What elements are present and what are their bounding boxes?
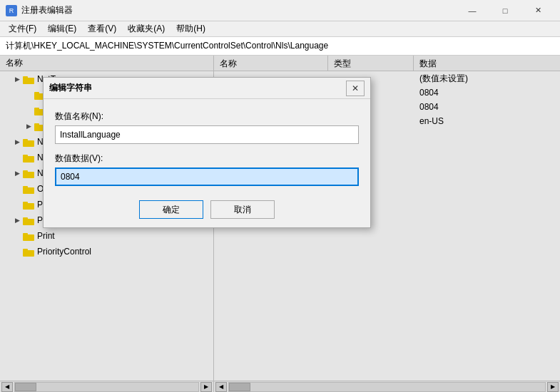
value-input[interactable] (55, 167, 359, 186)
menu-view[interactable]: 查看(V) (82, 21, 122, 36)
dialog-overlay: 编辑字符串 ✕ 数值名称(N): 数值数据(V): 确定 取消 (0, 56, 560, 392)
minimize-button[interactable]: — (456, 0, 489, 21)
dialog-buttons: 确定 取消 (55, 200, 359, 219)
address-path: 计算机\HKEY_LOCAL_MACHINE\SYSTEM\CurrentCon… (6, 40, 328, 52)
main-content: 名称 ▶ NetTrace (0, 56, 560, 392)
menu-help[interactable]: 帮助(H) (170, 21, 211, 36)
dialog-title-bar: 编辑字符串 ✕ (44, 78, 370, 99)
app-icon: R (6, 5, 17, 16)
menu-file[interactable]: 文件(F) (3, 21, 42, 36)
name-input[interactable] (55, 125, 359, 144)
dialog-title: 编辑字符串 (49, 82, 92, 94)
title-bar: R 注册表编辑器 — □ ✕ (0, 0, 560, 21)
edit-string-dialog: 编辑字符串 ✕ 数值名称(N): 数值数据(V): 确定 取消 (43, 77, 371, 228)
name-label: 数值名称(N): (55, 110, 359, 123)
menu-bar: 文件(F) 编辑(E) 查看(V) 收藏夹(A) 帮助(H) (0, 21, 560, 37)
title-controls: — □ ✕ (456, 0, 554, 21)
dialog-close-button[interactable]: ✕ (346, 81, 365, 96)
maximize-button[interactable]: □ (489, 0, 521, 21)
menu-favorites[interactable]: 收藏夹(A) (122, 21, 170, 36)
ok-button[interactable]: 确定 (139, 200, 203, 219)
app-title: 注册表编辑器 (21, 4, 73, 16)
close-button[interactable]: ✕ (521, 0, 554, 21)
menu-edit[interactable]: 编辑(E) (42, 21, 82, 36)
value-label: 数值数据(V): (55, 153, 359, 165)
cancel-button[interactable]: 取消 (210, 200, 275, 219)
address-bar: 计算机\HKEY_LOCAL_MACHINE\SYSTEM\CurrentCon… (0, 37, 560, 56)
dialog-body: 数值名称(N): 数值数据(V): 确定 取消 (44, 99, 370, 227)
title-bar-left: R 注册表编辑器 (6, 4, 73, 16)
